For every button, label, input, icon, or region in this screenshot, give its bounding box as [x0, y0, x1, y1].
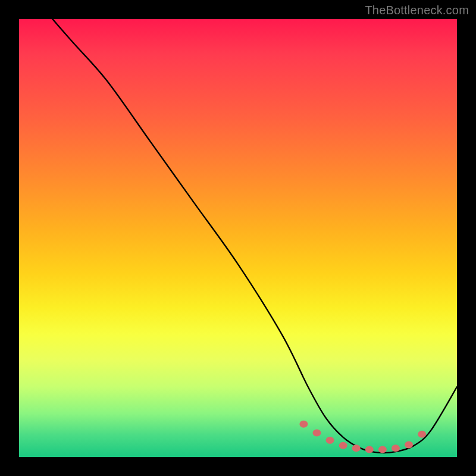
- curve-marker: [418, 431, 426, 438]
- curve-marker: [299, 421, 308, 428]
- curve-marker: [405, 441, 413, 448]
- chart-frame: TheBottleneck.com: [0, 0, 476, 476]
- curve-svg: [19, 19, 457, 457]
- curve-marker: [352, 444, 361, 452]
- curve-marker: [378, 446, 387, 453]
- watermark-text: TheBottleneck.com: [365, 4, 469, 17]
- curve-marker: [326, 437, 334, 444]
- curve-marker: [365, 446, 374, 453]
- bottleneck-curve: [19, 0, 457, 453]
- plot-area: [19, 19, 457, 457]
- curve-marker: [392, 444, 400, 452]
- curve-marker: [312, 430, 321, 437]
- curve-marker: [339, 442, 347, 449]
